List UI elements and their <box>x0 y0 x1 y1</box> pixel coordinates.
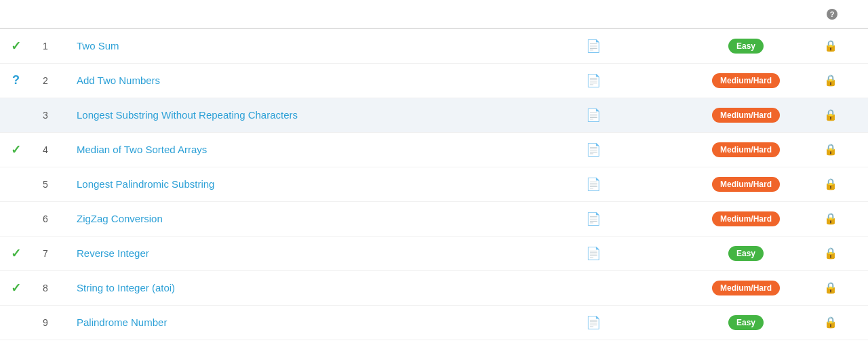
difficulty-cell: Medium/Hard <box>698 201 793 236</box>
col-acceptance <box>624 0 698 28</box>
problem-title[interactable]: Median of Two Sorted Arrays <box>66 132 563 167</box>
difficulty-cell: Medium/Hard <box>698 98 793 132</box>
col-status <box>0 0 32 28</box>
problem-title[interactable]: Add Two Numbers <box>66 63 563 98</box>
difficulty-cell: Medium/Hard <box>698 270 793 305</box>
problem-title-link[interactable]: Reverse Integer <box>77 247 149 259</box>
solution-doc-icon[interactable]: 📄 <box>586 212 601 226</box>
problem-title-link[interactable]: Median of Two Sorted Arrays <box>77 144 207 155</box>
problem-number: 4 <box>32 132 66 167</box>
solution-cell: 📄 <box>563 28 624 64</box>
acceptance-cell <box>624 63 698 98</box>
solution-doc-icon[interactable]: 📄 <box>586 178 601 191</box>
problem-title[interactable]: Two Sum <box>66 28 563 64</box>
acceptance-cell <box>624 270 698 305</box>
acceptance-cell <box>624 305 698 340</box>
problem-title[interactable]: String to Integer (atoi) <box>66 270 563 305</box>
acceptance-cell <box>624 28 698 64</box>
frequency-cell: 🔒 <box>793 63 868 98</box>
status-cell <box>0 201 32 236</box>
status-cell: ? <box>0 63 32 98</box>
check-icon: ✓ <box>11 247 21 260</box>
frequency-cell: 🔒 <box>793 270 868 305</box>
status-cell <box>0 98 32 132</box>
frequency-cell: 🔒 <box>793 305 868 340</box>
status-cell: ✓ <box>0 270 32 305</box>
problem-title-link[interactable]: Add Two Numbers <box>77 75 160 86</box>
col-frequency: ? <box>793 0 868 28</box>
frequency-help-icon[interactable]: ? <box>827 9 837 20</box>
problem-number: 1 <box>32 28 66 64</box>
problem-title[interactable]: Reverse Integer <box>66 236 563 270</box>
difficulty-badge: Medium/Hard <box>712 108 780 123</box>
problem-number: 3 <box>32 98 66 132</box>
table-row: 3Longest Substring Without Repeating Cha… <box>0 98 868 132</box>
frequency-cell: 🔒 <box>793 167 868 201</box>
solution-doc-icon[interactable]: 📄 <box>586 74 601 87</box>
lock-icon: 🔒 <box>824 178 837 190</box>
difficulty-cell: Easy <box>698 28 793 64</box>
lock-icon: 🔒 <box>824 40 837 52</box>
problem-title-link[interactable]: ZigZag Conversion <box>77 213 163 224</box>
acceptance-cell <box>624 236 698 270</box>
solution-doc-icon[interactable]: 📄 <box>586 108 601 122</box>
problem-title[interactable]: Longest Palindromic Substring <box>66 167 563 201</box>
problem-title-link[interactable]: Palindrome Number <box>77 317 167 328</box>
table-row: ✓8String to Integer (atoi)Medium/Hard🔒 <box>0 270 868 305</box>
problem-title-link[interactable]: Longest Substring Without Repeating Char… <box>77 109 298 121</box>
problem-title[interactable]: Longest Substring Without Repeating Char… <box>66 98 563 132</box>
question-icon: ? <box>12 73 20 87</box>
difficulty-badge: Easy <box>728 39 764 54</box>
acceptance-cell <box>624 98 698 132</box>
problem-title[interactable]: Palindrome Number <box>66 305 563 340</box>
problem-title-link[interactable]: Longest Palindromic Substring <box>77 178 214 190</box>
solution-cell: 📄 <box>563 236 624 270</box>
solution-doc-icon[interactable]: 📄 <box>586 247 601 260</box>
solution-cell: 📄 <box>563 132 624 167</box>
problem-number: 6 <box>32 201 66 236</box>
solution-doc-icon[interactable]: 📄 <box>586 39 601 53</box>
difficulty-cell: Medium/Hard <box>698 63 793 98</box>
difficulty-cell: Medium/Hard <box>698 132 793 167</box>
solution-cell <box>563 270 624 305</box>
difficulty-cell: Medium/Hard <box>698 167 793 201</box>
solution-cell: 📄 <box>563 201 624 236</box>
lock-icon: 🔒 <box>824 317 837 328</box>
problem-number: 7 <box>32 236 66 270</box>
difficulty-badge: Easy <box>728 315 764 330</box>
check-icon: ✓ <box>11 39 21 53</box>
difficulty-badge: Medium/Hard <box>712 211 780 226</box>
solution-cell: 📄 <box>563 98 624 132</box>
problem-number: 8 <box>32 270 66 305</box>
acceptance-cell <box>624 167 698 201</box>
difficulty-badge: Medium/Hard <box>712 73 780 88</box>
status-cell <box>0 167 32 201</box>
solution-doc-icon[interactable]: 📄 <box>586 143 601 157</box>
lock-icon: 🔒 <box>824 247 837 259</box>
solution-cell: 📄 <box>563 305 624 340</box>
acceptance-cell <box>624 201 698 236</box>
solution-doc-icon[interactable]: 📄 <box>586 316 601 329</box>
lock-icon: 🔒 <box>824 144 837 155</box>
table-row: 6ZigZag Conversion📄Medium/Hard🔒 <box>0 201 868 236</box>
table-row: 5Longest Palindromic Substring📄Medium/Ha… <box>0 167 868 201</box>
solution-cell: 📄 <box>563 167 624 201</box>
frequency-cell: 🔒 <box>793 132 868 167</box>
difficulty-badge: Easy <box>728 246 764 261</box>
table-row: ✓4Median of Two Sorted Arrays📄Medium/Har… <box>0 132 868 167</box>
lock-icon: 🔒 <box>824 213 837 224</box>
difficulty-cell: Easy <box>698 305 793 340</box>
problem-title[interactable]: ZigZag Conversion <box>66 201 563 236</box>
col-title <box>66 0 563 28</box>
table-row: ✓1Two Sum📄Easy🔒 <box>0 28 868 64</box>
status-cell: ✓ <box>0 236 32 270</box>
problem-number: 5 <box>32 167 66 201</box>
status-cell: ✓ <box>0 28 32 64</box>
problem-title-link[interactable]: String to Integer (atoi) <box>77 282 175 293</box>
col-difficulty <box>698 0 793 28</box>
check-icon: ✓ <box>11 281 21 295</box>
acceptance-cell <box>624 132 698 167</box>
problem-title-link[interactable]: Two Sum <box>77 40 119 52</box>
col-number <box>32 0 66 28</box>
col-solution <box>563 0 624 28</box>
